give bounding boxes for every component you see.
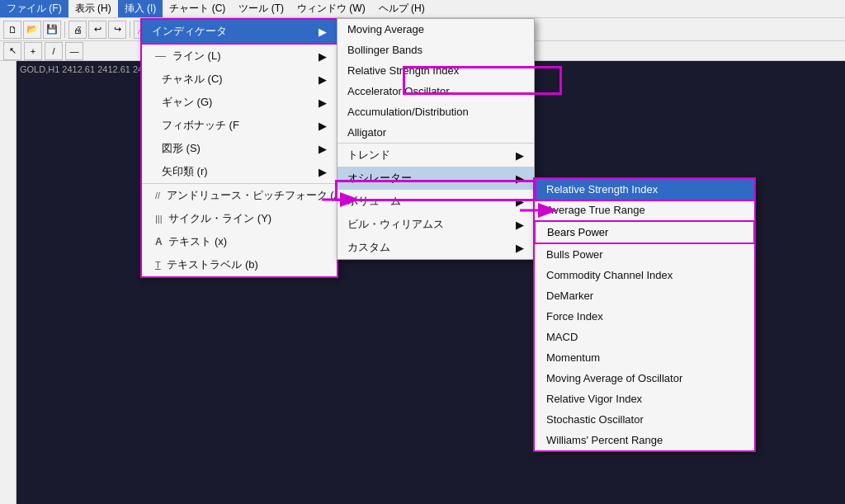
menu-insert-dropdown: インディケータ ▶ —ライン (L) ▶ チャネル (C) ▶ ギャン (G) … xyxy=(140,18,338,278)
insert-andrews-item[interactable]: // アンドリュース・ピッチフォーク (A) xyxy=(142,184,337,207)
menu-tools[interactable]: ツール (T) xyxy=(232,0,290,17)
oscillator-submenu: Relative Strength Index Average True Ran… xyxy=(533,177,756,452)
save-btn[interactable]: 💾 xyxy=(43,21,61,39)
line-btn[interactable]: / xyxy=(45,42,63,60)
arrow-icon: ▶ xyxy=(516,172,524,185)
left-sidebar xyxy=(0,61,17,504)
new-btn[interactable]: 🗋 xyxy=(3,21,21,39)
redo-btn[interactable]: ↪ xyxy=(108,21,126,39)
sep2 xyxy=(130,21,130,38)
arrow-icon: ▶ xyxy=(319,166,327,178)
menu-insert[interactable]: 挿入 (I) xyxy=(118,0,163,17)
insert-gann-item[interactable]: ギャン (G) ▶ xyxy=(142,91,337,114)
arrow-icon: ▶ xyxy=(319,50,327,63)
insert-cycle-item[interactable]: ||| サイクル・ライン (Y) xyxy=(142,207,337,230)
arrow-icon: ▶ xyxy=(516,242,524,254)
indicator-oscillator[interactable]: オシレーター ▶ xyxy=(338,167,534,190)
oscillator-rvi[interactable]: Relative Vigor Index xyxy=(535,389,754,409)
menu-help[interactable]: ヘルプ (H) xyxy=(372,0,432,17)
menubar: ファイル (F) 表示 (H) 挿入 (I) チャート (C) ツール (T) … xyxy=(0,0,845,18)
arrow-icon: ▶ xyxy=(319,143,327,155)
oscillator-momentum[interactable]: Momentum xyxy=(535,347,754,368)
indicator-ao[interactable]: Accelerator Oscillator xyxy=(338,81,534,101)
menu-file[interactable]: ファイル (F) xyxy=(0,0,68,17)
oscillator-demarker[interactable]: DeMarker xyxy=(535,285,754,306)
oscillator-cci[interactable]: Commodity Channel Index xyxy=(535,265,754,285)
sep1 xyxy=(64,21,65,38)
arrow-icon: ▶ xyxy=(319,97,327,109)
insert-fibonacci-item[interactable]: フィボナッチ (F ▶ xyxy=(142,114,337,137)
oscillator-bulls[interactable]: Bulls Power xyxy=(535,244,754,265)
indicator-rsi[interactable]: Relative Strength Index xyxy=(338,60,534,81)
arrow-icon: ▶ xyxy=(319,73,327,86)
arrow-icon: ▶ xyxy=(516,195,524,208)
insert-indicator-arrow: ▶ xyxy=(319,26,327,38)
oscillator-rsi[interactable]: Relative Strength Index xyxy=(533,177,756,201)
insert-indicator-item[interactable]: インディケータ ▶ xyxy=(140,18,338,45)
menu-window[interactable]: ウィンドウ (W) xyxy=(290,0,372,17)
arrow-icon: ▶ xyxy=(319,120,327,132)
open-btn[interactable]: 📂 xyxy=(23,21,41,39)
print-btn[interactable]: 🖨 xyxy=(68,21,87,39)
insert-textlabel-item[interactable]: T テキストラベル (b) xyxy=(142,253,337,276)
oscillator-wpr[interactable]: Williams' Percent Range xyxy=(535,430,754,450)
indicator-volume[interactable]: ボリューム ▶ xyxy=(338,190,534,213)
crosshair-btn[interactable]: + xyxy=(24,42,42,60)
undo-btn[interactable]: ↩ xyxy=(88,21,106,39)
oscillator-bears[interactable]: Bears Power xyxy=(534,220,755,244)
insert-shapes-item[interactable]: 図形 (S) ▶ xyxy=(142,137,337,160)
insert-text-item[interactable]: A テキスト (x) xyxy=(142,230,337,253)
oscillator-stochastic[interactable]: Stochastic Oscillator xyxy=(535,409,754,430)
hline-btn[interactable]: — xyxy=(65,42,83,60)
menu-view[interactable]: 表示 (H) xyxy=(68,0,118,17)
oscillator-atr[interactable]: Average True Range xyxy=(535,200,754,220)
arrow-icon: ▶ xyxy=(516,219,524,231)
chart-infobar: GOLD,H1 2412.61 2412.61 2412. xyxy=(17,61,156,78)
indicator-submenu: Moving Average Bollinger Bands Relative … xyxy=(337,18,535,260)
chart-symbol-info: GOLD,H1 2412.61 2412.61 2412. xyxy=(20,64,156,74)
oscillator-force[interactable]: Force Index xyxy=(535,306,754,327)
oscillator-macd[interactable]: MACD xyxy=(535,327,754,347)
insert-channel-item[interactable]: チャネル (C) ▶ xyxy=(142,68,337,91)
indicator-ma[interactable]: Moving Average xyxy=(338,19,534,40)
indicator-ad[interactable]: Accumulation/Distribution xyxy=(338,101,534,122)
indicator-custom[interactable]: カスタム ▶ xyxy=(338,236,534,259)
indicator-alligator[interactable]: Alligator xyxy=(338,122,534,143)
oscillator-mao[interactable]: Moving Average of Oscillator xyxy=(535,368,754,389)
insert-line-item[interactable]: —ライン (L) ▶ xyxy=(142,45,337,68)
indicator-bb[interactable]: Bollinger Bands xyxy=(338,40,534,60)
indicator-bill[interactable]: ビル・ウィリアムス ▶ xyxy=(338,213,534,236)
menu-chart[interactable]: チャート (C) xyxy=(163,0,232,17)
insert-arrows-item[interactable]: 矢印類 (r) ▶ xyxy=(142,160,337,183)
arrow-icon: ▶ xyxy=(516,149,524,162)
cursor-btn[interactable]: ↖ xyxy=(3,42,21,60)
indicator-trend[interactable]: トレンド ▶ xyxy=(338,144,534,167)
